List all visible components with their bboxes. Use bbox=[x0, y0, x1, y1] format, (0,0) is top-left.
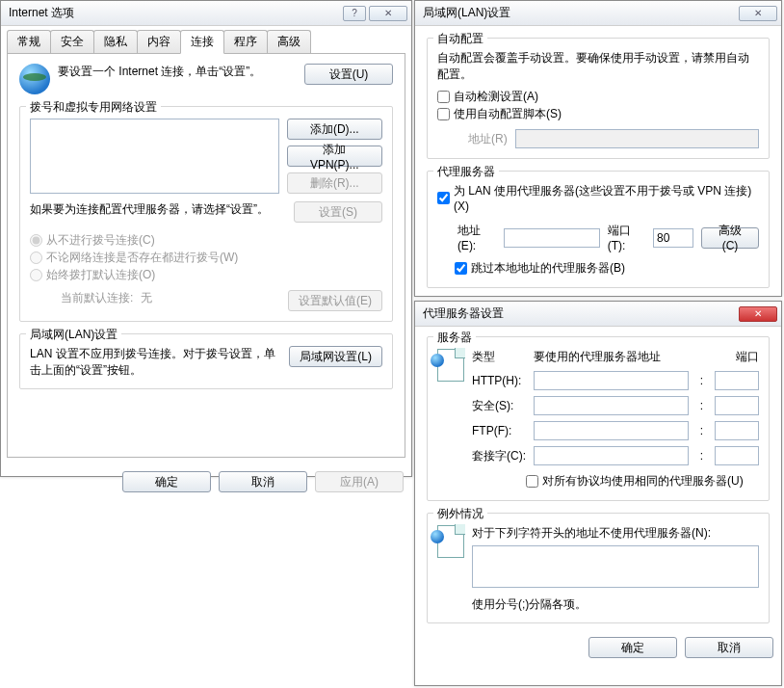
proxy-addr-input[interactable] bbox=[534, 396, 689, 415]
exceptions-group: 例外情况 对于下列字符开头的地址不使用代理服务器(N): 使用分号(;)分隔各项… bbox=[427, 513, 770, 623]
close-button[interactable]: ✕ bbox=[739, 306, 777, 322]
proxy-addr-input[interactable] bbox=[504, 228, 600, 248]
proxy-row-label: 套接字(C): bbox=[472, 448, 526, 464]
proxy-addr-label: 地址(E): bbox=[457, 223, 496, 252]
lan-group: 局域网(LAN)设置 LAN 设置不应用到拨号连接。对于拨号设置，单击上面的“设… bbox=[19, 333, 393, 389]
script-addr-input[interactable] bbox=[515, 129, 759, 148]
radio-always: 始终拨打默认连接(O) bbox=[30, 267, 155, 283]
chk-useproxy[interactable]: 为 LAN 使用代理服务器(这些设置不用于拨号或 VPN 连接)(X) bbox=[437, 183, 759, 213]
dialup-group: 拨号和虚拟专用网络设置 添加(D)... 添加 VPN(P)... 删除(R).… bbox=[19, 106, 393, 322]
servers-legend: 服务器 bbox=[433, 330, 476, 346]
chk-same-proxy[interactable]: 对所有协议均使用相同的代理服务器(U) bbox=[526, 473, 744, 490]
titlebar: 代理服务器设置 ✕ bbox=[415, 302, 781, 327]
default-value: 无 bbox=[141, 290, 152, 306]
proxy-row-label: HTTP(H): bbox=[472, 374, 526, 387]
chk-autodetect[interactable]: 自动检测设置(A) bbox=[437, 89, 538, 105]
cancel-button[interactable]: 取消 bbox=[219, 471, 307, 492]
script-addr-label: 地址(R) bbox=[468, 131, 508, 147]
internet-options-dialog: Internet 选项 ? ✕ 常规 安全 隐私 内容 连接 程序 高级 要设置… bbox=[0, 0, 412, 477]
advanced-button[interactable]: 高级(C) bbox=[701, 227, 759, 249]
proxy-addr-input[interactable] bbox=[534, 421, 689, 440]
connection-list[interactable] bbox=[30, 119, 279, 194]
tab-privacy[interactable]: 隐私 bbox=[93, 30, 138, 54]
lan-text: LAN 设置不应用到拨号连接。对于拨号设置，单击上面的“设置”按钮。 bbox=[30, 346, 281, 379]
cancel-button[interactable]: 取消 bbox=[685, 637, 773, 658]
lan-settings-button[interactable]: 局域网设置(L) bbox=[289, 346, 382, 367]
close-button[interactable]: ✕ bbox=[369, 6, 407, 21]
exceptions-input[interactable] bbox=[472, 545, 759, 588]
lan-settings-dialog: 局域网(LAN)设置 ✕ 自动配置 自动配置会覆盖手动设置。要确保使用手动设置，… bbox=[414, 0, 782, 297]
proxy-addr-input[interactable] bbox=[534, 446, 689, 465]
add-vpn-button[interactable]: 添加 VPN(P)... bbox=[287, 146, 382, 167]
default-label: 当前默认连接: bbox=[61, 290, 133, 306]
col-type: 类型 bbox=[472, 349, 526, 365]
proxy-row: 套接字(C):: bbox=[472, 446, 759, 465]
chk-bypass[interactable]: 跳过本地地址的代理服务器(B) bbox=[455, 260, 625, 277]
col-addr: 要使用的代理服务器地址 bbox=[534, 349, 707, 365]
proxy-row: HTTP(H):: bbox=[472, 371, 759, 390]
autoconfig-group: 自动配置 自动配置会覆盖手动设置。要确保使用手动设置，请禁用自动配置。 自动检测… bbox=[427, 38, 770, 159]
proxy-row-label: 安全(S): bbox=[472, 398, 526, 414]
proxy-row-label: FTP(F): bbox=[472, 424, 526, 437]
globe-icon bbox=[19, 64, 50, 94]
add-button[interactable]: 添加(D)... bbox=[287, 119, 382, 140]
intro-text: 要设置一个 Internet 连接，单击“设置”。 bbox=[58, 64, 297, 80]
dialog-title: Internet 选项 bbox=[9, 5, 340, 21]
tab-content[interactable]: 内容 bbox=[137, 30, 181, 54]
radio-never: 从不进行拨号连接(C) bbox=[30, 232, 155, 249]
exceptions-icon bbox=[437, 525, 464, 558]
dialog-buttons: 确定 取消 bbox=[415, 629, 781, 666]
dialog-title: 代理服务器设置 bbox=[423, 305, 736, 322]
proxy-addr-input[interactable] bbox=[534, 371, 689, 390]
proxy-port-input[interactable] bbox=[715, 371, 759, 390]
tab-connections[interactable]: 连接 bbox=[180, 30, 224, 54]
chk-autoscript[interactable]: 使用自动配置脚本(S) bbox=[437, 106, 562, 122]
autoconfig-legend: 自动配置 bbox=[433, 31, 487, 47]
tab-security[interactable]: 安全 bbox=[50, 30, 94, 54]
tabstrip: 常规 安全 隐私 内容 连接 程序 高级 bbox=[1, 26, 411, 53]
dialog-buttons: 确定 取消 应用(A) bbox=[1, 463, 411, 500]
dialup-legend: 拨号和虚拟专用网络设置 bbox=[26, 99, 161, 116]
server-icon bbox=[437, 349, 464, 382]
apply-button[interactable]: 应用(A) bbox=[315, 471, 404, 492]
proxy-port-label: 端口(T): bbox=[608, 223, 645, 252]
proxy-group: 代理服务器 为 LAN 使用代理服务器(这些设置不用于拨号或 VPN 连接)(X… bbox=[427, 171, 770, 288]
proxy-port-input[interactable] bbox=[715, 421, 759, 440]
radio-whenever: 不论网络连接是否存在都进行拨号(W) bbox=[30, 250, 238, 266]
dialog-title: 局域网(LAN)设置 bbox=[423, 5, 736, 21]
col-port: 端口 bbox=[715, 349, 759, 365]
autoconfig-text: 自动配置会覆盖手动设置。要确保使用手动设置，请禁用自动配置。 bbox=[437, 50, 759, 83]
proxy-port-input[interactable] bbox=[715, 396, 759, 415]
exceptions-text: 对于下列字符开头的地址不使用代理服务器(N): bbox=[472, 525, 759, 542]
close-button[interactable]: ✕ bbox=[739, 6, 777, 21]
set-default-button[interactable]: 设置默认值(E) bbox=[288, 290, 382, 311]
remove-button[interactable]: 删除(R)... bbox=[287, 172, 382, 194]
tab-advanced[interactable]: 高级 bbox=[267, 30, 311, 54]
ok-button[interactable]: 确定 bbox=[588, 637, 677, 658]
exceptions-hint: 使用分号(;)分隔各项。 bbox=[472, 596, 759, 613]
dial-settings-button[interactable]: 设置(S) bbox=[294, 201, 382, 223]
ok-button[interactable]: 确定 bbox=[122, 471, 211, 492]
titlebar: 局域网(LAN)设置 ✕ bbox=[415, 1, 781, 26]
proxy-settings-dialog: 代理服务器设置 ✕ 服务器 类型 要使用的代理服务器地址 端口 HTTP(H):… bbox=[414, 301, 782, 686]
titlebar: Internet 选项 ? ✕ bbox=[1, 1, 411, 26]
proxy-port-input[interactable] bbox=[715, 446, 759, 465]
exceptions-legend: 例外情况 bbox=[433, 506, 487, 522]
proxy-row: 安全(S):: bbox=[472, 396, 759, 415]
tab-programs[interactable]: 程序 bbox=[223, 30, 268, 54]
tab-body: 要设置一个 Internet 连接，单击“设置”。 设置(U) 拨号和虚拟专用网… bbox=[7, 53, 405, 458]
lan-legend: 局域网(LAN)设置 bbox=[26, 327, 121, 343]
proxy-hint: 如果要为连接配置代理服务器，请选择“设置”。 bbox=[30, 201, 286, 218]
proxy-port-input[interactable] bbox=[653, 228, 693, 248]
setup-button[interactable]: 设置(U) bbox=[304, 64, 393, 85]
help-button[interactable]: ? bbox=[343, 6, 366, 21]
tab-general[interactable]: 常规 bbox=[7, 30, 51, 54]
proxy-row: FTP(F):: bbox=[472, 421, 759, 440]
proxy-legend: 代理服务器 bbox=[433, 164, 499, 180]
servers-group: 服务器 类型 要使用的代理服务器地址 端口 HTTP(H)::安全(S)::FT… bbox=[427, 336, 770, 501]
